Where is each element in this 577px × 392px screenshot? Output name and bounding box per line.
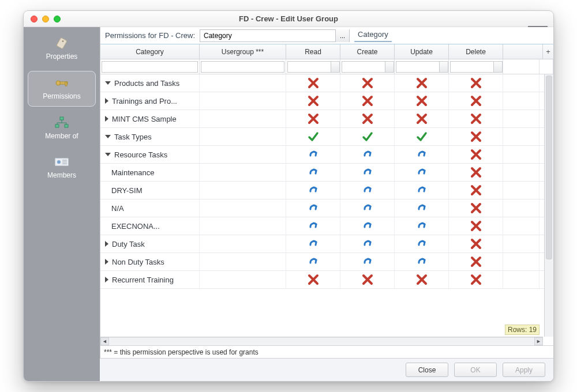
table-row[interactable]: Products and Tasks <box>100 74 553 92</box>
perm-cell[interactable] <box>395 74 449 92</box>
perm-cell[interactable] <box>286 164 340 181</box>
perm-cell[interactable] <box>449 217 503 235</box>
ok-button[interactable]: OK <box>454 363 497 377</box>
perm-cell[interactable] <box>395 146 449 163</box>
sidebar-label: Permissions <box>43 92 80 100</box>
perm-cell[interactable] <box>449 182 503 199</box>
cell-usergroup <box>200 164 286 181</box>
filter-category[interactable] <box>102 61 198 73</box>
category-input[interactable] <box>200 30 335 42</box>
sidebar-item-members[interactable]: Members <box>28 150 96 185</box>
table-row[interactable]: Maintenance <box>100 164 553 182</box>
perm-cell[interactable] <box>340 199 395 217</box>
filter-update[interactable] <box>396 61 448 73</box>
perm-cell[interactable] <box>449 128 503 145</box>
collapse-icon[interactable] <box>105 153 111 156</box>
perm-cell[interactable] <box>449 74 503 92</box>
perm-cell[interactable] <box>286 74 340 92</box>
scroll-left-icon[interactable]: ◄ <box>100 337 109 345</box>
perm-cell[interactable] <box>395 253 449 270</box>
expand-icon[interactable] <box>105 241 108 247</box>
col-usergroup[interactable]: Usergroup *** <box>200 44 286 59</box>
col-update[interactable]: Update <box>395 44 449 59</box>
filter-delete[interactable] <box>450 61 503 73</box>
expand-icon[interactable] <box>105 116 108 122</box>
perm-cell[interactable] <box>340 74 395 92</box>
table-row[interactable]: Non Duty Tasks <box>100 253 553 271</box>
sidebar-item-permissions[interactable]: Permissions <box>28 71 96 107</box>
table-row[interactable]: EXECNONA... <box>100 217 553 235</box>
grid-filter-row <box>100 59 553 74</box>
perm-cell[interactable] <box>286 253 340 270</box>
table-row[interactable]: MINT CMS Sample <box>100 110 553 128</box>
perm-cell[interactable] <box>395 182 449 199</box>
expand-icon[interactable] <box>105 259 108 265</box>
sidebar-item-properties[interactable]: Properties <box>28 32 96 66</box>
col-delete[interactable]: Delete <box>449 44 503 59</box>
filter-read[interactable] <box>287 61 340 73</box>
perm-cell[interactable] <box>340 217 395 235</box>
table-row[interactable]: DRY-SIM <box>100 182 553 199</box>
collapse-icon[interactable] <box>105 81 111 85</box>
perm-cell[interactable] <box>286 235 340 252</box>
perm-cell[interactable] <box>340 110 395 127</box>
apply-button[interactable]: Apply <box>503 363 545 377</box>
perm-cell[interactable] <box>286 199 340 217</box>
filter-usergroup[interactable] <box>201 61 284 73</box>
perm-cell[interactable] <box>449 199 503 217</box>
scroll-right-icon[interactable]: ► <box>534 337 543 345</box>
expand-icon[interactable] <box>105 277 108 282</box>
perm-cell[interactable] <box>286 146 340 163</box>
perm-cell[interactable] <box>286 271 340 288</box>
perm-cell[interactable] <box>340 92 395 110</box>
perm-cell[interactable] <box>340 128 395 145</box>
perm-cell[interactable] <box>395 235 449 252</box>
perm-cell[interactable] <box>286 92 340 110</box>
perm-cell[interactable] <box>449 110 503 127</box>
sidebar-item-member-of[interactable]: Member of <box>28 111 96 146</box>
row-label: Non Duty Tasks <box>112 258 164 266</box>
perm-cell[interactable] <box>395 217 449 235</box>
perm-cell[interactable] <box>340 271 395 288</box>
perm-cell[interactable] <box>449 146 503 163</box>
perm-cell[interactable] <box>340 235 395 252</box>
perm-cell[interactable] <box>340 253 395 270</box>
horizontal-scrollbar[interactable]: ◄ ► <box>100 337 543 345</box>
perm-cell[interactable] <box>449 271 503 288</box>
perm-cell[interactable] <box>340 164 395 181</box>
perm-cell[interactable] <box>395 92 449 110</box>
perm-cell[interactable] <box>286 128 340 145</box>
category-picker-button[interactable]: ... <box>335 29 349 42</box>
perm-cell[interactable] <box>449 253 503 270</box>
perm-cell[interactable] <box>449 164 503 181</box>
id-card-icon <box>54 155 70 169</box>
filter-create[interactable] <box>342 61 394 73</box>
perm-cell[interactable] <box>395 110 449 127</box>
add-column-button[interactable]: + <box>543 44 553 59</box>
perm-cell[interactable] <box>286 217 340 235</box>
collapse-icon[interactable] <box>105 135 111 138</box>
table-row[interactable]: Duty Task <box>100 235 553 253</box>
perm-cell[interactable] <box>340 182 395 199</box>
expand-icon[interactable] <box>105 98 108 104</box>
perm-cell[interactable] <box>395 199 449 217</box>
table-row[interactable]: Recurrent Training <box>100 271 553 289</box>
vertical-scrollbar[interactable] <box>544 74 553 337</box>
table-row[interactable]: Resource Tasks <box>100 146 553 164</box>
perm-cell[interactable] <box>449 235 503 252</box>
perm-cell[interactable] <box>395 128 449 145</box>
table-row[interactable]: Task Types <box>100 128 553 146</box>
perm-cell[interactable] <box>286 110 340 127</box>
table-row[interactable]: Trainings and Pro... <box>100 92 553 110</box>
perm-cell[interactable] <box>395 271 449 288</box>
perm-cell[interactable] <box>286 182 340 199</box>
col-read[interactable]: Read <box>286 44 340 59</box>
table-row[interactable]: N/A <box>100 199 553 217</box>
col-category[interactable]: Category <box>100 44 200 59</box>
close-button[interactable]: Close <box>406 363 448 377</box>
perm-cell[interactable] <box>449 92 503 110</box>
perm-cell[interactable] <box>395 164 449 181</box>
col-create[interactable]: Create <box>340 44 395 59</box>
category-tab[interactable]: Category <box>354 29 392 42</box>
perm-cell[interactable] <box>340 146 395 163</box>
